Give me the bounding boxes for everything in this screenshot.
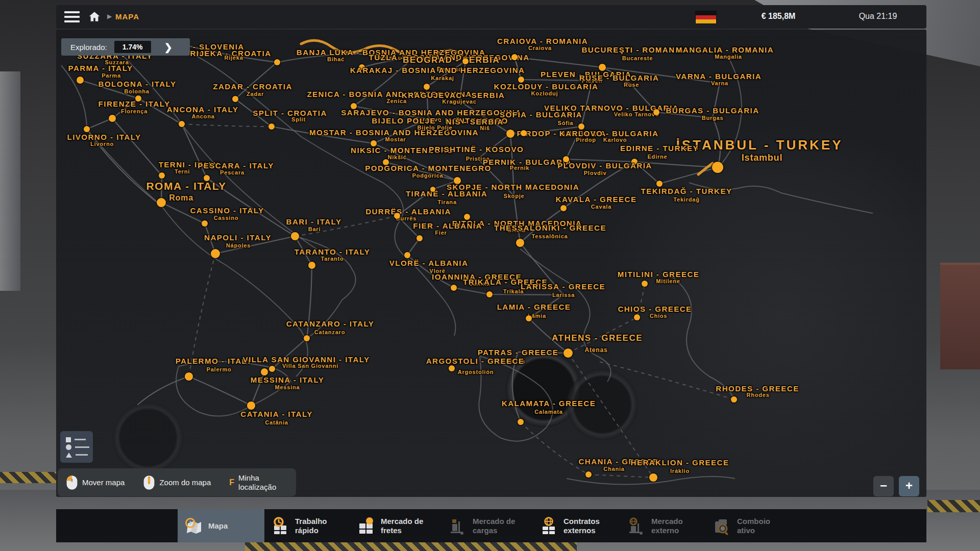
city-localized-name: Pescara: [220, 169, 244, 176]
city-label: PESCARA - ITALY: [198, 161, 274, 170]
city-dot[interactable]: [179, 121, 185, 127]
nav-tab-mercado-de-cargas[interactable]: Mercado de cargas: [442, 509, 533, 542]
nav-label: Contratos externos: [564, 517, 610, 535]
city-dot[interactable]: [564, 348, 573, 358]
city-dot[interactable]: [649, 473, 657, 482]
city-dot[interactable]: [394, 213, 400, 219]
nav-tab-comboio-ativo[interactable]: Comboio ativo: [706, 509, 791, 542]
city-dot[interactable]: [308, 262, 315, 269]
city-label: CASSINO - ITALY: [190, 206, 264, 215]
city-dot[interactable]: [526, 315, 532, 321]
city-localized-name: Calamata: [534, 409, 562, 415]
city-dot[interactable]: [261, 368, 268, 375]
zoom-out-button[interactable]: −: [873, 476, 894, 496]
nav-tab-mercado-de-fretes[interactable]: Mercado de fretes: [350, 509, 442, 542]
city-label: PLOVDIV - BULGARIA: [557, 161, 652, 170]
city-dot[interactable]: [268, 123, 275, 130]
city-dot[interactable]: [462, 58, 469, 64]
nav-tab-mapa[interactable]: Mapa: [178, 509, 264, 542]
top-bar: ▶ MAPA € 185,8M Qua 21:19: [56, 5, 926, 29]
city-dot[interactable]: [159, 172, 165, 179]
city-dot[interactable]: [563, 156, 569, 162]
city-localized-name: Larissa: [552, 292, 575, 298]
city-dot[interactable]: [202, 220, 208, 227]
city-label: NIŠ - SERBIA: [446, 117, 503, 126]
city-dot[interactable]: [521, 130, 527, 136]
city-label: ROMA - ITALY: [146, 180, 226, 192]
map-controls-bar: Mover mapa Zoom do mapa F Minha localiza…: [58, 468, 296, 496]
city-dot[interactable]: [585, 471, 592, 478]
nav-label: Mercado de cargas: [473, 517, 520, 535]
zoom-map-hint: Zoom do mapa: [143, 475, 211, 490]
city-dot[interactable]: [232, 96, 238, 102]
city-label: KARLOVO - BULGARIA: [559, 129, 659, 138]
nav-tab-mercado-externo[interactable]: Mercado externo: [621, 509, 706, 542]
city-dot[interactable]: [634, 314, 640, 320]
city-localized-name: Livorno: [90, 141, 114, 147]
world-map[interactable]: KOPER - SLOVENIAKoperRIJEKA - CROATIARij…: [56, 30, 926, 497]
city-dot[interactable]: [77, 77, 84, 84]
city-localized-name: Bolonha: [124, 88, 150, 94]
city-label: KARAKAJ - BOSNIA AND HERZEGOVINA: [350, 66, 525, 74]
city-label: SPLIT - CROATIA: [253, 109, 327, 117]
city-dot[interactable]: [247, 402, 255, 410]
nav-tab-trabalho-rapido[interactable]: Trabalho rápido: [264, 509, 350, 542]
home-icon[interactable]: [88, 10, 101, 23]
city-dot[interactable]: [291, 232, 299, 240]
city-dot[interactable]: [416, 235, 423, 241]
zoom-map-label: Zoom do mapa: [159, 478, 211, 487]
city-label: BARI - ITALY: [286, 217, 342, 226]
city-localized-name: Mitilene: [656, 278, 680, 284]
city-localized-name: Mostar: [385, 136, 406, 142]
city-localized-name: Skopje: [504, 193, 525, 199]
city-dot[interactable]: [211, 249, 220, 258]
city-dot[interactable]: [157, 198, 166, 207]
move-map-hint: Mover mapa: [66, 475, 125, 490]
city-label: ATHENS - GREECE: [552, 333, 643, 343]
city-dot[interactable]: [424, 84, 430, 90]
city-dot[interactable]: [269, 366, 275, 372]
city-localized-name: Taranto: [321, 256, 344, 262]
city-dot[interactable]: [304, 335, 310, 341]
city-label: VARNA - BULGARIA: [676, 72, 762, 81]
city-dot[interactable]: [430, 187, 435, 192]
city-dot[interactable]: [451, 285, 457, 291]
city-dot[interactable]: [84, 126, 90, 132]
city-dot[interactable]: [185, 372, 193, 381]
city-label: LIVORNO - ITALY: [67, 133, 141, 141]
city-dot[interactable]: [560, 205, 567, 211]
quick-job-icon: [271, 516, 290, 536]
city-dot[interactable]: [656, 181, 663, 187]
zoom-in-button[interactable]: +: [899, 476, 919, 496]
city-dot[interactable]: [712, 162, 723, 173]
city-label: KRAGUJEVAC - SERBIA: [402, 91, 505, 99]
city-localized-name: Ancona: [191, 113, 214, 119]
explored-expand-chevron-icon[interactable]: ❯: [164, 41, 173, 53]
city-label: PRISHTINË - KOSOVO: [429, 145, 524, 154]
city-dot[interactable]: [506, 130, 514, 138]
city-dot[interactable]: [731, 396, 737, 403]
hazard-stripe: [245, 542, 577, 551]
external-market-icon: [627, 516, 646, 536]
city-dot[interactable]: [486, 291, 493, 297]
city-dot[interactable]: [274, 59, 280, 65]
city-dot[interactable]: [511, 54, 518, 60]
city-label: TEKIRDAĞ - TURKEY: [641, 187, 732, 195]
city-dot[interactable]: [518, 77, 524, 83]
city-dot[interactable]: [518, 419, 524, 425]
map-legend-button[interactable]: [60, 431, 93, 463]
menu-icon[interactable]: [64, 11, 80, 22]
nav-tab-contratos-externos[interactable]: Contratos externos: [533, 509, 621, 542]
city-dot[interactable]: [516, 239, 524, 247]
city-label: PODGORICA - MONTENEGRO: [365, 164, 491, 172]
city-dot[interactable]: [642, 281, 648, 287]
city-dot[interactable]: [404, 252, 410, 258]
city-dot[interactable]: [449, 365, 455, 371]
explored-label: Explorado:: [70, 43, 107, 52]
city-dot[interactable]: [109, 115, 116, 122]
city-localized-name: Fier: [435, 230, 447, 236]
city-label: PALERMO - ITALY: [176, 357, 253, 365]
map-icon: [184, 516, 203, 536]
city-dot[interactable]: [464, 214, 470, 220]
city-dot[interactable]: [653, 109, 659, 115]
